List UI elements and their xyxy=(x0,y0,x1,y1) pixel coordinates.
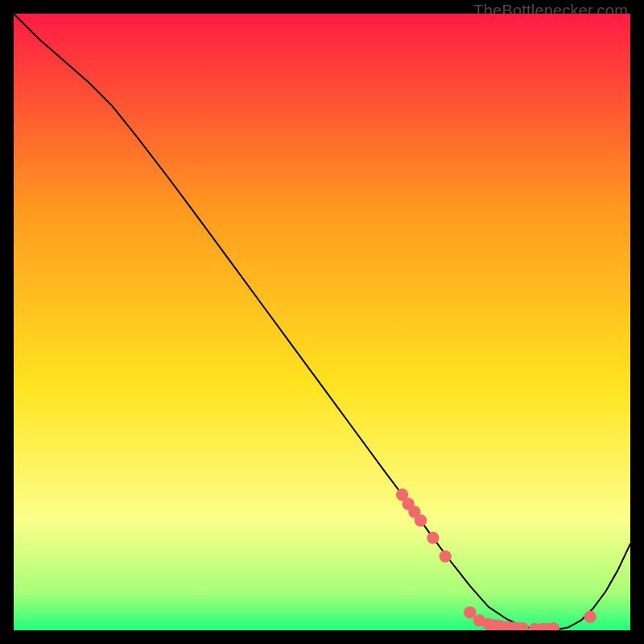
curve-marker xyxy=(415,514,427,526)
chart-stage: TheBottlenecker.com xyxy=(0,0,644,644)
curve-markers xyxy=(396,489,597,630)
curve-marker xyxy=(584,610,597,622)
bottleneck-curve xyxy=(14,14,630,630)
plot-area xyxy=(14,14,630,630)
curve-marker xyxy=(427,531,439,543)
curve-layer xyxy=(14,14,630,630)
curve-marker xyxy=(440,550,452,562)
